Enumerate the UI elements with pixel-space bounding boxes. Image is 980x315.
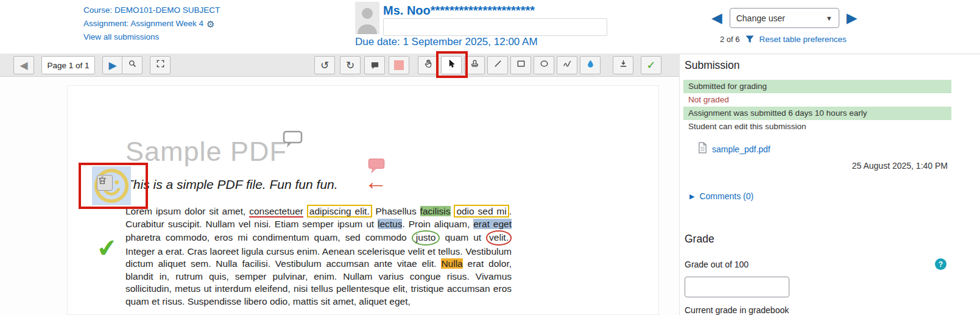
submission-file-date: 25 August 2025, 1:40 PM [683, 161, 951, 171]
pdf-file-icon [698, 142, 707, 156]
comment-color-button[interactable] [389, 56, 409, 74]
previous-user-button[interactable]: ◀ [711, 11, 722, 25]
help-icon[interactable]: ? [935, 258, 947, 270]
annotation-toolbar: ◀ Page 1 of 1 ▶ ↺ ↻ [0, 54, 679, 77]
pdf-text-segment: adipiscing elit. [307, 205, 372, 218]
stamp-tool-button[interactable] [464, 56, 485, 74]
submission-file-row: sample_pdf.pdf [698, 142, 980, 156]
drag-tool-button[interactable] [418, 56, 439, 74]
pdf-text-segment: velit. [486, 230, 512, 246]
green-check-stamp[interactable]: ✔ [96, 233, 119, 263]
delete-annotation-button[interactable] [97, 175, 113, 191]
comment-bubble-icon[interactable] [283, 130, 303, 151]
rectangle-icon [516, 59, 526, 71]
pdf-viewer: Sample PDF This is a simple PDF file. Fu… [0, 77, 679, 315]
status-rows: Submitted for grading Not graded Assignm… [683, 80, 951, 133]
search-comments-button[interactable] [122, 56, 143, 74]
cursor-icon [447, 59, 456, 71]
course-link[interactable]: Course: DEMO101-DEMO SUBJECT [83, 5, 220, 15]
pdf-text-segment: lectus [378, 219, 403, 229]
change-user-select[interactable]: Change user ▼ [730, 8, 839, 28]
current-stamp-button[interactable]: ✓ [641, 56, 661, 74]
stamp-icon [470, 59, 479, 71]
next-page-button[interactable]: ▶ [102, 56, 123, 74]
pdf-text-segment: consectetuer [249, 206, 303, 218]
rotate-right-icon: ↻ [346, 59, 354, 72]
expand-icon [156, 59, 165, 71]
status-row-submitted-early: Assignment was submitted 6 days 10 hours… [683, 107, 951, 120]
pen-squiggle-icon [563, 59, 572, 71]
smiley-stamp-annotation[interactable] [92, 166, 131, 205]
header: Course: DEMO101-DEMO SUBJECT Assignment:… [0, 0, 980, 54]
assignment-link[interactable]: Assignment: Assignment Week 4 [83, 17, 203, 30]
pdf-text-segment: Lorem ipsum dolor sit amet, [125, 206, 249, 216]
user-position-label: 2 of 6 [720, 35, 740, 44]
filter-icon[interactable] [746, 35, 754, 43]
submission-file-link[interactable]: sample_pdf.pdf [712, 144, 770, 154]
pdf-paragraph: Lorem ipsum dolor sit amet, consectetuer… [125, 205, 512, 308]
user-search-input[interactable] [383, 18, 607, 36]
stamp-picker-button[interactable] [613, 56, 633, 74]
grade-label-row: Grade out of 100 ? [683, 258, 951, 270]
status-row-submitted: Submitted for grading [683, 80, 951, 93]
user-name: Ms. Noo********************** [383, 4, 535, 18]
previous-page-button[interactable]: ◀ [13, 56, 34, 74]
view-all-submissions-link[interactable]: View all submissions [83, 32, 159, 41]
stamp-download-icon [619, 59, 628, 71]
rectangle-tool-button[interactable] [510, 56, 531, 74]
trash-icon [98, 176, 107, 185]
pdf-page: Sample PDF This is a simple PDF file. Fu… [67, 85, 659, 315]
pdf-text-segment: facilisis [420, 206, 451, 216]
rotate-left-icon: ↺ [320, 59, 329, 72]
pdf-text-segment: erat eget [473, 219, 512, 229]
pdf-text-segment: Phasellus [372, 206, 420, 216]
pdf-subtitle: This is a simple PDF file. Fun fun fun. [125, 177, 338, 192]
grade-out-of-label: Grade out of 100 [685, 260, 749, 269]
pdf-text-segment [303, 206, 307, 216]
pdf-text-segment: . Proin aliquam, [402, 219, 473, 229]
caret-right-icon[interactable]: ▶ [689, 193, 694, 200]
page-indicator[interactable]: Page 1 of 1 [41, 56, 95, 74]
comments-toggle-link[interactable]: Comments (0) [699, 191, 753, 201]
arrow-left-icon: ◀ [19, 59, 27, 72]
search-icon [128, 59, 137, 71]
line-tool-button[interactable] [487, 56, 508, 74]
next-user-button[interactable]: ▶ [847, 11, 858, 25]
annotation-color-button[interactable] [580, 56, 601, 74]
due-date: Due date: 1 September 2025, 12:00 AM [355, 36, 538, 48]
pdf-text-segment: odio sed mi [454, 205, 509, 218]
grade-input[interactable] [685, 277, 789, 297]
rotate-left-button[interactable]: ↺ [314, 56, 335, 74]
comments-section: ▶ Comments (0) [689, 191, 980, 201]
status-row-not-graded: Not graded [683, 93, 951, 107]
oval-tool-button[interactable] [534, 56, 554, 74]
red-arrow-annotation[interactable]: ← [364, 170, 387, 193]
comment-icon [370, 61, 379, 70]
hand-icon [424, 59, 433, 71]
user-navigation: ◀ Change user ▼ ▶ 2 of 6 Reset table pre… [711, 8, 894, 44]
chevron-down-icon: ▼ [826, 15, 833, 22]
pen-tool-button[interactable] [557, 56, 577, 74]
pdf-text-segment: justo [412, 230, 440, 246]
pdf-text-segment: pharetra commodo, eros mi condimentum qu… [125, 232, 412, 242]
submission-panel: Submission Submitted for grading Not gra… [679, 54, 980, 315]
line-icon [493, 59, 502, 71]
status-row-can-edit: Student can edit this submission [683, 120, 951, 133]
arrow-right-icon: ▶ [108, 59, 116, 72]
avatar[interactable] [355, 2, 379, 34]
expand-comments-button[interactable] [150, 56, 171, 74]
check-icon: ✓ [646, 58, 655, 72]
current-grade-label: Current grade in gradebook [685, 305, 980, 315]
pdf-text-segment: quam ut [440, 232, 486, 242]
change-user-label: Change user [736, 13, 785, 23]
reset-table-preferences-link[interactable]: Reset table preferences [760, 35, 847, 44]
color-swatch-icon [394, 60, 404, 70]
select-tool-button[interactable] [441, 56, 462, 74]
comment-tool-button[interactable] [364, 56, 385, 74]
grade-heading: Grade [685, 233, 980, 246]
rotate-right-button[interactable]: ↻ [340, 56, 361, 74]
oval-icon [540, 59, 549, 71]
assignment-info: Course: DEMO101-DEMO SUBJECT Assignment:… [83, 4, 220, 44]
gear-icon[interactable]: ⚙ [206, 19, 214, 29]
submission-heading: Submission [685, 59, 980, 72]
